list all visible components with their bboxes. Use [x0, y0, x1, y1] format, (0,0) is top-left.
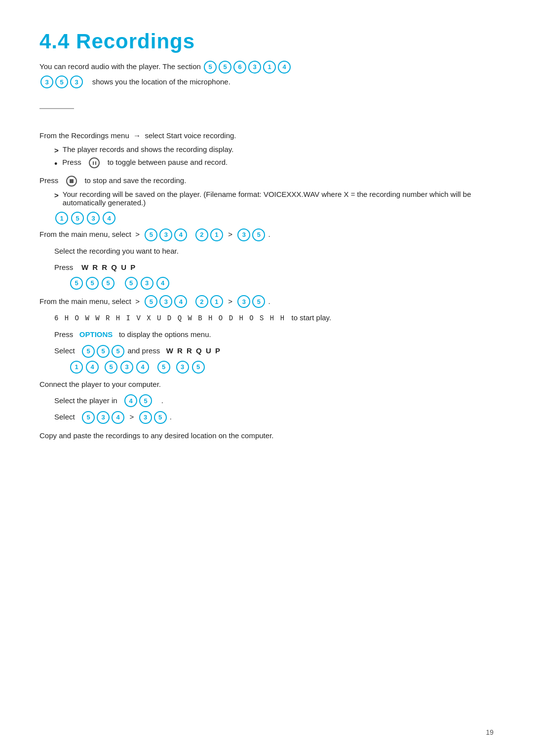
select-start-label: select Start voice recording.	[145, 131, 236, 140]
nav-badges-2b: 2 1	[194, 295, 224, 308]
stop-icon	[66, 176, 77, 187]
b2b-3a: 3	[141, 277, 153, 290]
intro-paragraph: You can record audio with the player. Th…	[39, 60, 494, 74]
nav-b-3a: 3	[159, 228, 172, 241]
badge-3b: 3	[40, 76, 53, 88]
badge-3a: 3	[248, 61, 261, 74]
select-555-badges: 5 5 5	[81, 345, 125, 358]
r3-1a: 1	[70, 361, 83, 374]
recordings-menu-label: From the Recordings menu	[39, 131, 129, 140]
bullet-icon-1: •	[54, 157, 57, 171]
intro-text-1: You can record audio with the player. Th…	[39, 62, 201, 71]
badge-5b: 5	[219, 61, 231, 74]
connect-text: Connect the player to your computer.	[39, 378, 494, 391]
from-main-2: From the main menu, select > 5 3 4 2 1 >…	[39, 295, 494, 308]
badge-5d: 5	[71, 212, 84, 225]
s555-5c: 5	[112, 345, 124, 358]
nav-badges-1: 5 3 4	[144, 228, 188, 241]
page-number: 19	[486, 728, 494, 736]
copy-paste-text: Copy and paste the recordings to any des…	[39, 429, 494, 442]
arrow-text-1: The player records and shows the recordi…	[63, 145, 234, 153]
intro-paragraph-2: 3 5 3 shows you the location of the micr…	[39, 76, 494, 89]
n2-1a: 1	[210, 295, 223, 308]
s534-5a: 5	[82, 411, 95, 424]
select-534-text: Select 5 3 4 > 3 5 .	[39, 410, 494, 424]
n2-4a: 4	[174, 295, 187, 308]
r3-3b: 3	[176, 361, 189, 374]
encoded-text-1: 6 H O W W R H I V X U D Q W B H O D H O …	[54, 314, 285, 322]
badge-4a: 4	[278, 61, 291, 74]
nav-b-5b: 5	[252, 228, 265, 241]
sp-4a: 4	[124, 394, 137, 407]
n2-5b: 5	[252, 295, 265, 308]
select-player-text: Select the player in 4 5 .	[39, 394, 494, 408]
menu-arrow-4: >	[133, 297, 144, 305]
badge-5c: 5	[55, 76, 68, 88]
press-key-label-2: W R R Q U P	[166, 346, 221, 355]
nav-b-3b: 3	[237, 228, 250, 241]
s555-5a: 5	[82, 345, 95, 358]
s534-3b: 3	[139, 411, 152, 424]
nav-badges-1b: 2 1	[194, 228, 224, 241]
arrow-item-1: > The player records and shows the recor…	[39, 145, 494, 154]
badge-3d: 3	[87, 212, 100, 225]
r3-4a: 4	[86, 361, 99, 374]
encoded-select-text: 6 H O W W R H I V X U D Q W B H O D H O …	[39, 311, 494, 325]
press-stop-text: Press to stop and save the recording.	[39, 174, 494, 187]
r3-3a: 3	[120, 361, 133, 374]
select-recording-text: Select the recording you want to hear.	[39, 244, 494, 258]
n2-3a: 3	[159, 295, 172, 308]
badge-1a: 1	[55, 212, 68, 225]
r3-5b: 5	[157, 361, 170, 374]
s534-3a: 3	[97, 411, 110, 424]
s534-4a: 4	[112, 411, 124, 424]
nav-badges-2: 5 3 4	[144, 295, 188, 308]
r3-5c: 5	[192, 361, 205, 374]
period-2: .	[268, 297, 270, 305]
arrow-text-2: Your recording will be saved on the play…	[63, 190, 494, 207]
intro-badges-1: 5 5 6 3 1 4	[203, 61, 292, 74]
b2b-5a: 5	[125, 277, 138, 290]
nav-badges-2c: 3 5	[236, 295, 266, 308]
arrow-icon-1: >	[54, 146, 59, 154]
period-3: .	[161, 396, 163, 405]
select-534-badges: 5 3 4	[81, 411, 125, 424]
select-555-text: Select 5 5 5 and press W R R Q U P	[39, 344, 494, 358]
select-player-badges: 4 5	[123, 394, 153, 407]
pause-icon	[89, 157, 100, 168]
period-1: .	[268, 230, 270, 238]
badge-row-2a: 5 5 5 5 3 4	[39, 277, 494, 290]
nav-b-2a: 2	[195, 228, 208, 241]
b2a-5b: 5	[86, 277, 99, 290]
press-key-label-1: W R R Q U P	[81, 263, 136, 271]
r3-4b: 4	[136, 361, 149, 374]
nav-b-1a: 1	[210, 228, 223, 241]
badge-row-3: 1 4 5 3 4 5 3 5	[39, 361, 494, 374]
from-main-1: From the main menu, select > 5 3 4 2 1 >…	[39, 227, 494, 241]
menu-arrow-2: >	[133, 230, 144, 238]
n2-5a: 5	[145, 295, 157, 308]
press-options-text: Press OPTIONS to display the options men…	[39, 328, 494, 341]
arrow-item-2: > Your recording will be saved on the pl…	[39, 190, 494, 207]
menu-arrow-3: >	[226, 230, 236, 238]
select-534-nav: 3 5	[138, 411, 168, 424]
arrow-icon-2: >	[54, 191, 59, 199]
section-divider	[39, 108, 74, 109]
press-key-1: Press W R R Q U P	[39, 261, 494, 274]
menu-arrow-1: →	[131, 131, 145, 140]
b2a-5a: 5	[70, 277, 83, 290]
menu-arrow-6: >	[127, 413, 138, 421]
nav-b-5a: 5	[145, 228, 157, 241]
b2a-5c: 5	[102, 277, 114, 290]
badge-5a: 5	[204, 61, 217, 74]
n2-2a: 2	[195, 295, 208, 308]
page-title: 4.4 Recordings	[39, 30, 494, 53]
nav-badges-1c: 3 5	[236, 228, 266, 241]
badge-1: 1	[263, 61, 276, 74]
s534-5b: 5	[154, 411, 167, 424]
bullet-text-1: Press to toggle between pause and record…	[62, 157, 228, 168]
sp-5a: 5	[139, 394, 152, 407]
menu-arrow-5: >	[226, 297, 236, 305]
intro-text-2: shows you the location of the microphone…	[86, 77, 230, 86]
badge-row-1: 1 5 3 4	[39, 212, 494, 225]
